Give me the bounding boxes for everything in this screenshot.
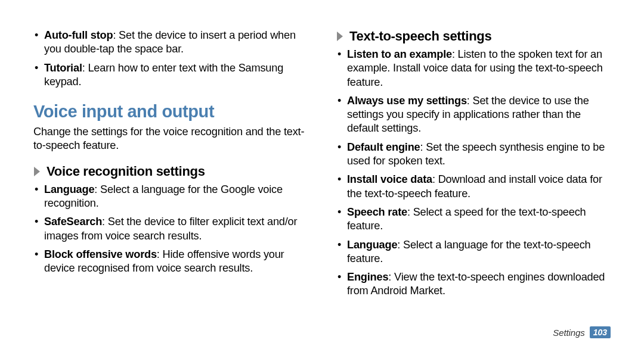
list-item: Block offensive words: Hide offensive wo… [33, 248, 308, 276]
bullet-term: Always use my settings [347, 95, 467, 107]
bullet-term: Engines [347, 271, 388, 283]
list-item: Engines: View the text-to-speech engines… [336, 270, 611, 298]
page-number: 103 [590, 326, 611, 338]
list-item: Auto-full stop: Set the device to insert… [33, 29, 308, 57]
list-item: Language: Select a language for the Goog… [33, 183, 308, 211]
bullet-term: Auto-full stop [44, 29, 113, 41]
list-item: Language: Select a language for the text… [336, 238, 611, 266]
list-item: Install voice data: Download and install… [336, 173, 611, 201]
bullet-term: Listen to an example [347, 48, 452, 60]
bullet-term: Default engine [347, 141, 420, 153]
subsection-title: Voice recognition settings [47, 164, 205, 179]
section-intro: Change the settings for the voice recogn… [33, 125, 308, 153]
list-item: Speech rate: Select a speed for the text… [336, 205, 611, 233]
chevron-right-icon [336, 31, 345, 42]
page-footer: Settings 103 [553, 326, 611, 338]
list-item: Always use my settings: Set the device t… [336, 94, 611, 136]
bullet-term: Block offensive words [44, 248, 157, 260]
tts-bullets: Listen to an example: Listen to the spok… [336, 48, 611, 298]
subsection-title: Text-to-speech settings [349, 29, 491, 44]
section-title: Voice input and output [33, 102, 308, 121]
bullet-term: Tutorial [44, 62, 82, 74]
top-bullets: Auto-full stop: Set the device to insert… [33, 29, 308, 89]
bullet-term: Speech rate [347, 206, 407, 218]
right-column: Text-to-speech settings Listen to an exa… [336, 29, 611, 337]
left-column: Auto-full stop: Set the device to insert… [33, 29, 308, 337]
bullet-term: Language [44, 183, 94, 195]
bullet-term: SafeSearch [44, 216, 102, 228]
list-item: Listen to an example: Listen to the spok… [336, 48, 611, 89]
chevron-right-icon [33, 166, 42, 177]
list-item: Default engine: Set the speech synthesis… [336, 141, 611, 169]
subsection-voice-recognition: Voice recognition settings [33, 164, 308, 179]
page-columns: Auto-full stop: Set the device to insert… [33, 29, 611, 337]
footer-label: Settings [553, 328, 584, 338]
list-item: Tutorial: Learn how to enter text with t… [33, 61, 308, 89]
voice-recognition-bullets: Language: Select a language for the Goog… [33, 183, 308, 276]
bullet-term: Install voice data [347, 173, 432, 185]
bullet-term: Language [347, 239, 397, 251]
subsection-text-to-speech: Text-to-speech settings [336, 29, 611, 44]
list-item: SafeSearch: Set the device to filter exp… [33, 215, 308, 243]
